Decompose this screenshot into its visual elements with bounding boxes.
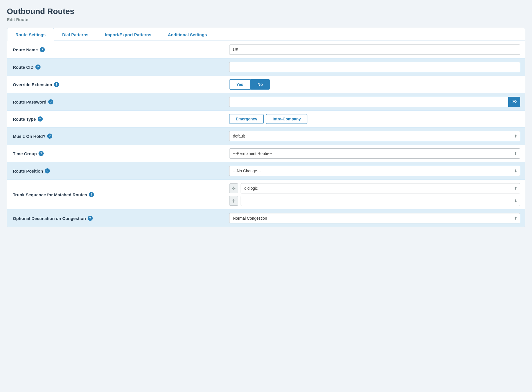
- route-position-select[interactable]: ---No Change---: [229, 166, 520, 176]
- tab-import-export-patterns[interactable]: Import/Export Patterns: [97, 28, 160, 41]
- route-position-select-wrapper: ---No Change---: [229, 166, 520, 176]
- route-position-label: Route Position: [13, 169, 43, 173]
- tab-dial-patterns[interactable]: Dial Patterns: [54, 28, 97, 41]
- route-name-help-icon[interactable]: ?: [40, 47, 45, 52]
- trunk-sequence-label: Trunk Sequence for Matched Routes: [13, 192, 87, 197]
- route-type-control-col: Emergency Intra-Company: [225, 111, 525, 127]
- trunk-drag-handle-2[interactable]: ✛: [229, 196, 238, 206]
- optional-destination-label: Optional Destination on Congestion: [13, 216, 86, 221]
- route-password-row: Route Password ? 👁: [7, 93, 525, 111]
- optional-destination-control-col: Normal Congestion: [225, 210, 525, 227]
- trunks-container: ✛ didlogic ✛: [229, 183, 520, 206]
- route-cid-input[interactable]: [229, 62, 520, 72]
- trunk-row-2: ✛: [229, 196, 520, 206]
- route-cid-help-icon[interactable]: ?: [35, 64, 41, 70]
- time-group-select-wrapper: ---Permanent Route---: [229, 148, 520, 159]
- time-group-label-col: Time Group ?: [7, 146, 225, 161]
- optional-destination-select[interactable]: Normal Congestion: [229, 213, 520, 223]
- music-on-hold-label: Music On Hold?: [13, 134, 45, 139]
- route-password-input-wrapper: 👁: [229, 97, 520, 107]
- route-cid-control-col: [225, 58, 525, 76]
- route-name-row: Route Name ?: [7, 41, 525, 58]
- override-extension-no-btn[interactable]: No: [250, 79, 270, 90]
- route-password-help-icon[interactable]: ?: [48, 99, 53, 104]
- route-type-intra-company-btn[interactable]: Intra-Company: [266, 114, 307, 124]
- override-extension-control-col: Yes No: [225, 76, 525, 93]
- override-extension-label: Override Extension: [13, 82, 52, 87]
- route-password-label-col: Route Password ?: [7, 95, 225, 109]
- main-container: Route Settings Dial Patterns Import/Expo…: [7, 28, 525, 227]
- trunk-drag-handle-1[interactable]: ✛: [229, 183, 238, 193]
- eye-icon: 👁: [512, 99, 517, 105]
- route-cid-label-col: Route CID ?: [7, 60, 225, 74]
- trunk-select-wrapper-2: [241, 196, 520, 206]
- route-cid-row: Route CID ?: [7, 58, 525, 76]
- page-title: Outbound Routes: [7, 7, 525, 16]
- override-extension-yes-btn[interactable]: Yes: [229, 79, 250, 90]
- trunk-sequence-label-col: Trunk Sequence for Matched Routes ?: [7, 187, 225, 202]
- override-extension-row: Override Extension ? Yes No: [7, 76, 525, 93]
- override-extension-label-col: Override Extension ?: [7, 77, 225, 92]
- page-subtitle: Edit Route: [7, 17, 525, 22]
- route-type-label-col: Route Type ?: [7, 112, 225, 126]
- tabs-bar: Route Settings Dial Patterns Import/Expo…: [7, 28, 525, 41]
- route-position-row: Route Position ? ---No Change---: [7, 162, 525, 180]
- form-body: Route Name ? Route CID ? Override Extens…: [7, 41, 525, 227]
- trunk-row-1: ✛ didlogic: [229, 183, 520, 193]
- optional-destination-label-col: Optional Destination on Congestion ?: [7, 211, 225, 225]
- trunk-sequence-help-icon[interactable]: ?: [89, 192, 94, 197]
- override-extension-help-icon[interactable]: ?: [54, 82, 59, 87]
- time-group-select[interactable]: ---Permanent Route---: [229, 148, 520, 159]
- time-group-row: Time Group ? ---Permanent Route---: [7, 145, 525, 162]
- optional-destination-select-wrapper: Normal Congestion: [229, 213, 520, 223]
- route-type-row: Route Type ? Emergency Intra-Company: [7, 111, 525, 128]
- tab-additional-settings[interactable]: Additional Settings: [160, 28, 215, 41]
- music-on-hold-label-col: Music On Hold? ?: [7, 129, 225, 143]
- route-name-input[interactable]: [229, 45, 520, 55]
- trunk-sequence-row: Trunk Sequence for Matched Routes ? ✛ di…: [7, 180, 525, 210]
- tab-route-settings[interactable]: Route Settings: [7, 28, 54, 41]
- route-name-label-col: Route Name ?: [7, 43, 225, 57]
- music-on-hold-help-icon[interactable]: ?: [47, 134, 52, 139]
- override-extension-toggle-group: Yes No: [229, 79, 270, 90]
- route-name-label: Route Name: [13, 47, 38, 52]
- optional-destination-help-icon[interactable]: ?: [88, 216, 93, 221]
- route-password-control-col: 👁: [225, 93, 525, 110]
- time-group-control-col: ---Permanent Route---: [225, 145, 525, 162]
- music-on-hold-select[interactable]: default none custom: [229, 131, 520, 141]
- music-on-hold-select-wrapper: default none custom: [229, 131, 520, 141]
- route-name-control-col: [225, 41, 525, 58]
- time-group-help-icon[interactable]: ?: [39, 151, 44, 156]
- route-password-toggle-visibility-btn[interactable]: 👁: [508, 97, 520, 107]
- route-type-label: Route Type: [13, 117, 36, 122]
- route-position-control-col: ---No Change---: [225, 162, 525, 179]
- route-position-label-col: Route Position ?: [7, 164, 225, 178]
- trunk-select-1[interactable]: didlogic: [241, 183, 520, 193]
- route-type-help-icon[interactable]: ?: [38, 116, 43, 122]
- route-cid-label: Route CID: [13, 65, 34, 70]
- trunk-select-wrapper-1: didlogic: [241, 183, 520, 193]
- route-type-btn-group: Emergency Intra-Company: [229, 114, 307, 124]
- optional-destination-row: Optional Destination on Congestion ? Nor…: [7, 210, 525, 227]
- time-group-label: Time Group: [13, 151, 37, 156]
- trunk-select-2[interactable]: [241, 196, 520, 206]
- route-password-label: Route Password: [13, 100, 47, 104]
- music-on-hold-control-col: default none custom: [225, 128, 525, 145]
- route-position-help-icon[interactable]: ?: [45, 168, 50, 173]
- route-password-input[interactable]: [229, 97, 520, 107]
- trunk-sequence-control-col: ✛ didlogic ✛: [225, 180, 525, 209]
- route-type-emergency-btn[interactable]: Emergency: [229, 114, 264, 124]
- music-on-hold-row: Music On Hold? ? default none custom: [7, 128, 525, 145]
